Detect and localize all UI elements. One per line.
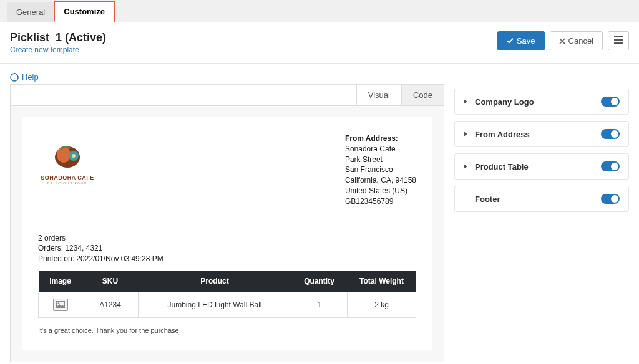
create-template-link[interactable]: Create new template	[10, 46, 106, 54]
toggle-product-table[interactable]	[601, 161, 620, 171]
image-placeholder-icon	[53, 299, 68, 311]
toggle-company-logo[interactable]	[601, 97, 620, 107]
toggle-from-address[interactable]	[601, 129, 620, 139]
order-meta: 2 orders Orders: 1234, 4321 Printed on: …	[38, 233, 416, 264]
preview-tab-code[interactable]: Code	[401, 85, 444, 105]
panel-from-address[interactable]: From Address	[454, 121, 629, 147]
svg-point-6	[57, 303, 59, 305]
preview-panel: Visual Code	[10, 84, 444, 362]
preview-tab-visual[interactable]: Visual	[356, 85, 401, 105]
table-row: A1234 Jumbing LED Light Wall Ball 1 2 kg	[39, 292, 416, 317]
chevron-right-icon	[464, 99, 467, 104]
footer-text: It's a great choice. Thank you for the p…	[38, 327, 416, 334]
product-table: Image SKU Product Quantity Total Weight	[38, 271, 416, 318]
tab-general[interactable]: General	[7, 2, 54, 22]
panel-company-logo[interactable]: Company Logo	[454, 89, 629, 115]
save-button[interactable]: Save	[497, 31, 545, 50]
page-title: Picklist_1 (Active)	[10, 31, 106, 44]
toggle-footer[interactable]	[601, 194, 620, 204]
top-tabs: General Customize	[0, 0, 639, 22]
help-icon	[10, 73, 19, 82]
company-logo: SOÑADORA CAFE DELICIOUS FOOD	[38, 133, 97, 192]
svg-point-4	[72, 154, 76, 158]
settings-panel: Company Logo From Address Product Table	[454, 72, 629, 362]
menu-button[interactable]	[608, 31, 629, 50]
svg-point-2	[57, 146, 71, 163]
close-icon	[559, 38, 565, 44]
chevron-right-icon	[464, 132, 467, 136]
document-preview: SOÑADORA CAFE DELICIOUS FOOD From Addres…	[22, 117, 432, 350]
help-link[interactable]: Help	[10, 72, 444, 82]
panel-product-table[interactable]: Product Table	[454, 153, 629, 180]
check-icon	[507, 37, 514, 44]
from-address: From Address: Soñadora Cafe Park Street …	[345, 133, 416, 207]
page-header: Picklist_1 (Active) Create new template …	[10, 31, 629, 54]
logo-icon	[49, 141, 86, 172]
panel-footer[interactable]: Footer	[454, 186, 629, 212]
cancel-button[interactable]: Cancel	[550, 31, 603, 50]
tab-customize[interactable]: Customize	[54, 1, 115, 22]
hamburger-icon	[614, 36, 623, 44]
chevron-right-icon	[464, 164, 467, 169]
